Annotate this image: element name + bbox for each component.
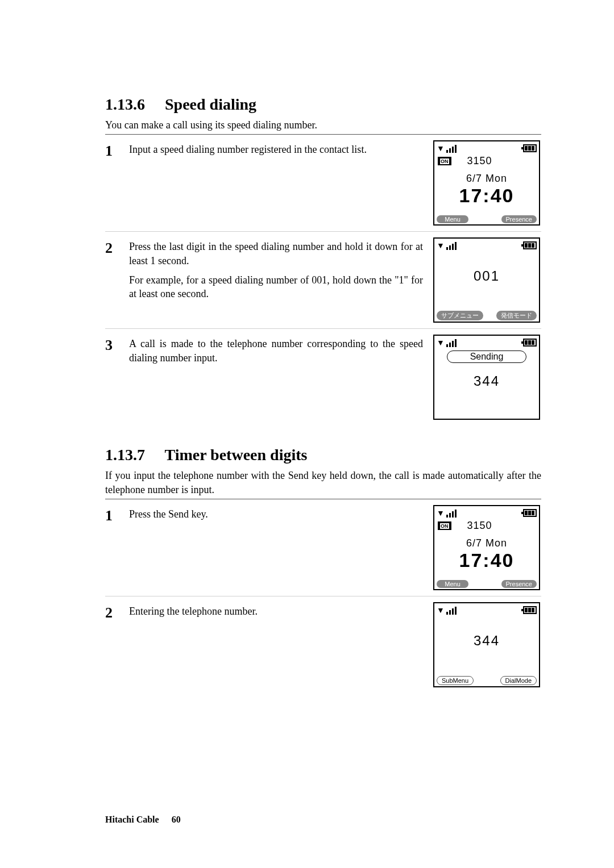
status-bar: ▼ — [434, 141, 539, 154]
section-title: Timer between digits — [165, 446, 308, 464]
step-text: Press the Send key. — [129, 505, 433, 527]
softkey-right: Presence — [501, 580, 537, 588]
step-number: 3 — [105, 335, 129, 354]
signal-icon: ▼ — [437, 338, 457, 347]
signal-icon: ▼ — [437, 508, 457, 518]
dialed-number: 001 — [434, 268, 539, 284]
section-intro: You can make a call using its speed dial… — [105, 118, 541, 132]
step-text: A call is made to the telephone number c… — [129, 335, 433, 370]
softkey-right: DialMode — [500, 676, 537, 685]
signal-icon: ▼ — [437, 606, 457, 615]
page-footer: Hitachi Cable 60 — [105, 815, 181, 825]
step-row: 1 Press the Send key. ▼ — [105, 499, 541, 596]
section-title: Speed dialing — [165, 95, 256, 113]
softkey-right: Presence — [501, 215, 537, 223]
extension-number: 3150 — [467, 520, 492, 532]
time-text: 17:40 — [434, 185, 539, 207]
step-number: 1 — [105, 140, 129, 160]
step-para: For example, for a speed dialing number … — [129, 273, 423, 301]
step-number: 2 — [105, 237, 129, 257]
phone-screen: ▼ Sending 344 — [433, 335, 541, 420]
section-heading: 1.13.7 Timer between digits — [105, 446, 541, 464]
step-para: Input a speed dialing number registered … — [129, 143, 423, 156]
status-bar: ▼ — [434, 336, 539, 348]
step-text: Press the last digit in the speed dialin… — [129, 237, 433, 306]
battery-icon — [523, 241, 537, 249]
steps-table-timer: 1 Press the Send key. ▼ — [105, 499, 541, 693]
dialed-number: 344 — [434, 633, 539, 649]
signal-icon: ▼ — [437, 241, 457, 250]
step-number: 1 — [105, 505, 129, 524]
phone-screen: ▼ ON 3150 6/7 Mon 17:40 — [433, 140, 541, 226]
on-badge: ON — [438, 521, 451, 530]
footer-page-number: 60 — [172, 815, 181, 824]
status-bar: ▼ — [434, 239, 539, 251]
signal-icon: ▼ — [437, 144, 457, 153]
step-para: A call is made to the telephone number c… — [129, 337, 423, 365]
footer-publisher: Hitachi Cable — [105, 815, 159, 824]
step-row: 3 A call is made to the telephone number… — [105, 329, 541, 425]
step-para: Press the Send key. — [129, 507, 423, 521]
step-para: Press the last digit in the speed dialin… — [129, 240, 423, 268]
section-number: 1.13.6 — [105, 95, 145, 113]
status-bar: ▼ — [434, 603, 539, 616]
step-text: Entering the telephone number. — [129, 602, 433, 624]
step-para: Entering the telephone number. — [129, 604, 423, 618]
step-row: 2 Entering the telephone number. ▼ — [105, 596, 541, 693]
step-row: 2 Press the last digit in the speed dial… — [105, 232, 541, 329]
section-number: 1.13.7 — [105, 446, 145, 464]
section-heading: 1.13.6 Speed dialing — [105, 95, 541, 114]
softkey-right: 発信モード — [496, 311, 537, 320]
step-text: Input a speed dialing number registered … — [129, 140, 433, 162]
date-text: 6/7 Mon — [434, 173, 539, 185]
sending-indicator: Sending — [447, 350, 526, 363]
phone-screen: ▼ ON 3150 6/7 Mon 17:40 — [433, 505, 541, 590]
softkey-left: Menu — [437, 580, 468, 588]
time-text: 17:40 — [434, 549, 539, 571]
calling-number: 344 — [434, 373, 539, 389]
phone-screen: ▼ 344 SubMenu DialMode — [433, 602, 541, 687]
battery-icon — [523, 606, 537, 614]
status-bar: ▼ — [434, 506, 539, 519]
battery-icon — [523, 509, 537, 517]
step-number: 2 — [105, 602, 129, 621]
softkey-left: サブメニュー — [437, 311, 483, 320]
battery-icon — [523, 144, 537, 152]
on-badge: ON — [438, 157, 451, 165]
softkey-left: Menu — [437, 215, 468, 223]
battery-icon — [523, 339, 537, 347]
steps-table-speed-dialing: 1 Input a speed dialing number registere… — [105, 134, 541, 425]
phone-screen: ▼ 001 サブメニュー 発信モード — [433, 237, 541, 323]
section-intro: If you input the telephone number with t… — [105, 469, 541, 496]
extension-number: 3150 — [467, 155, 492, 167]
step-row: 1 Input a speed dialing number registere… — [105, 135, 541, 232]
date-text: 6/7 Mon — [434, 537, 539, 549]
softkey-left: SubMenu — [437, 676, 474, 685]
